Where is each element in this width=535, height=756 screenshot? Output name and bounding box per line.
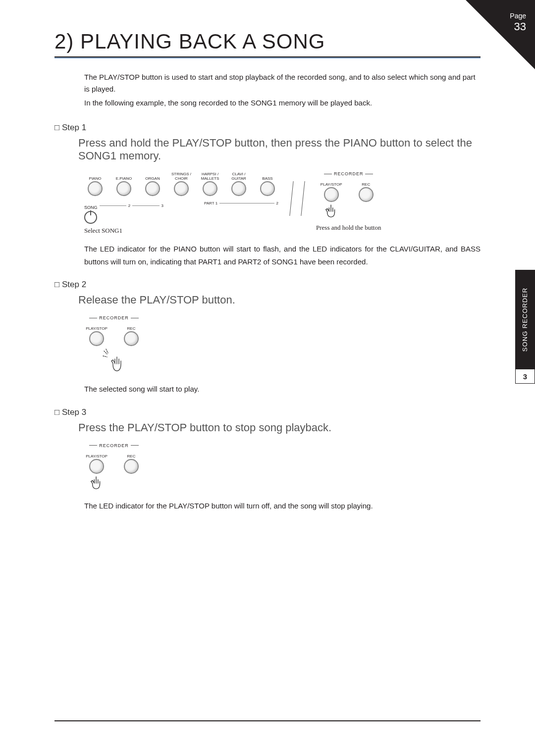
side-tab-label: SONG RECORDER xyxy=(522,287,529,351)
playstop-button-icon xyxy=(324,187,339,202)
strings-button-icon xyxy=(174,181,189,196)
step1-heading: Step 1 xyxy=(54,123,481,133)
btn-label-harpsi: HARPSI / MALLETS xyxy=(199,171,221,181)
sound-panel: PIANO E.PIANO ORGAN STRINGS / CHOIR HARP… xyxy=(84,171,278,235)
clavi-button-icon xyxy=(231,181,246,196)
btn-label-clavi: CLAVI / GUITAR xyxy=(228,171,250,181)
select-song1-caption: Select SONG1 xyxy=(84,227,122,235)
btn-label-strings: STRINGS / CHOIR xyxy=(170,171,192,181)
page-label: Page xyxy=(510,12,526,20)
press-hold-caption: Press and hold the button xyxy=(316,224,381,232)
hand-press-icon-3 xyxy=(90,476,104,493)
step3-paragraph: The LED indicator for the PLAY/STOP butt… xyxy=(84,500,481,512)
step2-heading: Step 2 xyxy=(54,280,481,290)
rec-label-1: REC xyxy=(362,177,370,187)
part-label: PART 1 xyxy=(204,201,217,205)
harpsi-button-icon xyxy=(203,181,217,196)
playstop-label-3: PLAY/STOP xyxy=(86,449,107,459)
epiano-button-icon xyxy=(116,181,131,196)
step1-diagram: PIANO E.PIANO ORGAN STRINGS / CHOIR HARP… xyxy=(84,171,481,235)
song-label: SONG xyxy=(84,205,98,210)
rec-label-3: REC xyxy=(127,449,136,459)
page-corner-text: Page 33 xyxy=(510,12,526,33)
section-title: 2) PLAYING BACK A SONG xyxy=(54,30,481,56)
recorder-title-3: RECORDER xyxy=(99,443,129,448)
part-num-2: 2 xyxy=(276,201,278,205)
btn-label-bass: BASS xyxy=(262,171,272,181)
side-tab-chapter: 3 xyxy=(515,369,535,384)
rec-label-2: REC xyxy=(127,321,136,331)
page-number: 33 xyxy=(510,20,526,33)
playstop-label-2: PLAY/STOP xyxy=(86,321,107,331)
piano-button-icon xyxy=(88,181,103,196)
step2-paragraph: The selected song will start to play. xyxy=(84,383,481,396)
page-corner-triangle xyxy=(466,0,535,69)
playstop-button-icon-3 xyxy=(89,459,104,474)
title-underline xyxy=(54,56,481,58)
playstop-label-1: PLAY/STOP xyxy=(321,177,342,187)
rec-button-icon-2 xyxy=(124,331,139,346)
rec-button-icon xyxy=(359,187,374,202)
hand-press-icon xyxy=(324,204,338,221)
recorder-panel-step1: RECORDER PLAY/STOP REC xyxy=(316,171,381,232)
footer-rule xyxy=(54,720,481,721)
btn-label-piano: PIANO xyxy=(89,171,102,181)
step3-action: Press the PLAY/STOP button to stop song … xyxy=(78,421,481,434)
btn-label-organ: ORGAN xyxy=(145,171,160,181)
intro-line-2: In the following example, the song recor… xyxy=(84,97,481,109)
step2-action: Release the PLAY/STOP button. xyxy=(78,294,481,306)
btn-label-epiano: E.PIANO xyxy=(116,171,132,181)
song-num-2: 2 xyxy=(128,203,130,208)
song-num-3: 3 xyxy=(161,203,163,208)
rec-button-icon-3 xyxy=(124,459,139,474)
playstop-button-icon-2 xyxy=(89,331,104,346)
recorder-title-2: RECORDER xyxy=(99,315,129,320)
step1-action: Press and hold the PLAY/STOP button, the… xyxy=(78,137,481,162)
panel-divider-icon xyxy=(291,181,303,216)
step3-heading: Step 3 xyxy=(54,407,481,417)
intro-line-1: The PLAY/STOP button is used to start an… xyxy=(84,71,481,95)
recorder-title-1: RECORDER xyxy=(334,171,364,176)
hand-release-icon xyxy=(99,346,129,376)
song-dial-icon xyxy=(84,211,97,224)
bass-button-icon xyxy=(260,181,275,196)
step1-paragraph: The LED indicator for the PIANO button w… xyxy=(84,243,481,268)
side-tab: SONG RECORDER xyxy=(515,270,535,369)
organ-button-icon xyxy=(145,181,160,196)
